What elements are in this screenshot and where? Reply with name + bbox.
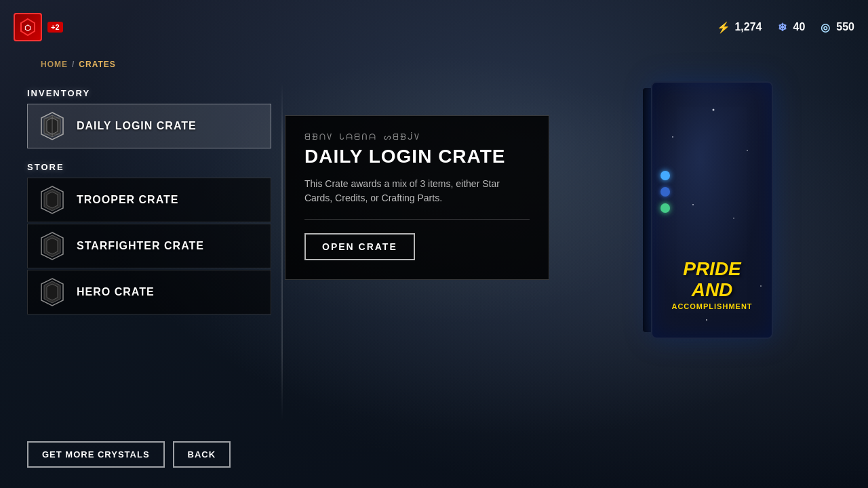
crate-icon-svg — [39, 111, 66, 141]
hud-top: ⬡ +2 ⚡ 1,274 ❄ 40 ◎ 550 — [0, 0, 868, 54]
store-item-hero[interactable]: HERO CRATE — [27, 270, 271, 314]
bottom-buttons: GET MORE CRYSTALS BACK — [27, 441, 231, 468]
svg-marker-10 — [47, 192, 58, 208]
hero-icon-svg — [39, 277, 66, 307]
starfighter-icon-svg — [39, 231, 66, 261]
credits-icon: ⚡ — [717, 20, 730, 34]
level-badge: +2 — [47, 22, 63, 33]
svg-marker-13 — [47, 238, 58, 254]
daily-login-crate-name: DAILY LOGIN CRATE — [77, 120, 197, 132]
trooper-crate-name: TROOPER CRATE — [77, 194, 178, 206]
crystals-value: 550 — [836, 21, 854, 33]
crafting-display: ❄ 40 — [776, 20, 806, 34]
left-panel: INVENTORY DAILY LOGIN CRATE STORE — [27, 88, 271, 314]
hero-crate-icon — [37, 277, 67, 307]
crate-dot-2 — [660, 187, 670, 197]
svg-marker-16 — [47, 284, 58, 300]
store-label: STORE — [27, 162, 271, 172]
player-avatar-icon: ⬡ — [18, 18, 37, 37]
credits-display: ⚡ 1,274 — [717, 20, 762, 34]
inventory-section: INVENTORY DAILY LOGIN CRATE — [27, 88, 271, 148]
daily-login-crate-icon — [37, 111, 67, 141]
back-button[interactable]: BACK — [173, 441, 231, 468]
detail-panel: ᗺᗿᑎV ᒐᗩᗺᑎᗩ ᔕᗺᗿᒎV DAILY LOGIN CRATE This … — [285, 115, 549, 280]
credits-value: 1,274 — [734, 21, 762, 33]
breadcrumb: HOME / CRATES — [41, 60, 116, 69]
detail-title: DAILY LOGIN CRATE — [304, 146, 530, 167]
hud-currencies: ⚡ 1,274 ❄ 40 ◎ 550 — [717, 20, 854, 34]
crate-pride-text-area: PRIDE AND ACCOMPLISHMENT — [659, 259, 765, 310]
trooper-icon-svg — [39, 185, 66, 215]
detail-description: This Crate awards a mix of 3 items, eith… — [304, 177, 530, 205]
crate-accomplishment: ACCOMPLISHMENT — [659, 302, 765, 310]
starfighter-crate-icon — [37, 231, 67, 261]
crystals-display: ◎ 550 — [818, 20, 854, 34]
crate-dot-3 — [660, 203, 670, 213]
crate-pride-line2: AND — [659, 280, 765, 301]
store-section: STORE TROOPER CRATE — [27, 162, 271, 314]
inventory-item-daily-login[interactable]: DAILY LOGIN CRATE — [27, 104, 271, 148]
trooper-crate-icon — [37, 185, 67, 215]
starfighter-crate-name: STARFIGHTER CRATE — [77, 240, 204, 252]
inventory-label: INVENTORY — [27, 88, 271, 98]
get-more-crystals-button[interactable]: GET MORE CRYSTALS — [27, 441, 165, 468]
crafting-icon: ❄ — [776, 20, 789, 34]
hero-crate-name: HERO CRATE — [77, 286, 155, 298]
player-icon: ⬡ — [14, 13, 42, 41]
open-crate-button[interactable]: OPEN CRATE — [304, 233, 415, 260]
crystals-icon: ◎ — [818, 20, 832, 34]
breadcrumb-current: CRATES — [79, 60, 115, 69]
crate-box: PRIDE AND ACCOMPLISHMENT — [651, 81, 773, 339]
store-item-trooper[interactable]: TROOPER CRATE — [27, 178, 271, 222]
inventory-list: DAILY LOGIN CRATE — [27, 104, 271, 148]
breadcrumb-separator: / — [72, 60, 75, 69]
crate-status-dots — [660, 171, 670, 213]
breadcrumb-home[interactable]: HOME — [41, 60, 68, 69]
crafting-value: 40 — [793, 21, 806, 33]
separator-line — [281, 81, 283, 420]
detail-alien-text: ᗺᗿᑎV ᒐᗩᗺᑎᗩ ᔕᗺᗿᒎV — [304, 132, 530, 142]
svg-text:⬡: ⬡ — [24, 24, 31, 32]
crate-pride-line1: PRIDE — [659, 259, 765, 280]
store-item-starfighter[interactable]: STARFIGHTER CRATE — [27, 224, 271, 268]
crate-visual: PRIDE AND ACCOMPLISHMENT — [651, 81, 787, 366]
crate-dot-1 — [660, 171, 670, 180]
detail-divider — [304, 219, 530, 220]
hud-player-info: ⬡ +2 — [14, 13, 63, 41]
store-list: TROOPER CRATE STARFIGHTER CRATE — [27, 178, 271, 314]
